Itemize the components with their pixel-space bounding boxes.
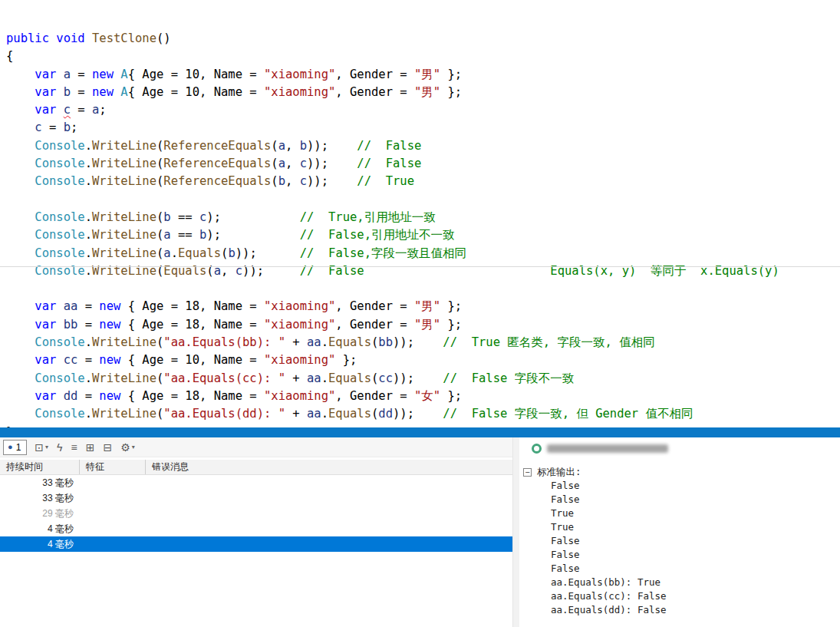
result-cell: 4 毫秒 bbox=[0, 523, 80, 536]
settings-gear-icon[interactable]: ⚙▾ bbox=[120, 442, 135, 453]
code-line: Console.WriteLine(ReferenceEquals(a, b))… bbox=[6, 137, 840, 155]
collapse-all-icon[interactable]: ⊟ bbox=[103, 442, 112, 453]
stdout-line: False bbox=[519, 534, 840, 548]
code-line: var aa = new { Age = 18, Name = "xiaomin… bbox=[6, 298, 840, 315]
result-row[interactable]: 4 毫秒 bbox=[0, 536, 512, 552]
result-row[interactable]: 29 毫秒 bbox=[0, 506, 512, 521]
stdout-line: False bbox=[519, 548, 840, 562]
stdout-line: True bbox=[519, 507, 840, 520]
stdout-label: 标准输出: bbox=[537, 466, 581, 479]
result-row[interactable]: 33 毫秒 bbox=[0, 490, 512, 506]
test-count-label: 1 bbox=[16, 442, 21, 453]
code-line bbox=[6, 280, 840, 298]
code-line: Console.WriteLine(a.Equals(b)); // False… bbox=[6, 245, 840, 262]
code-line: Console.WriteLine(Equals(a, c)); // Fals… bbox=[6, 262, 840, 280]
column-header-duration[interactable]: 持续时间 bbox=[0, 460, 80, 474]
stdout-line: True bbox=[519, 520, 840, 534]
stdout-line: aa.Equals(bb): True bbox=[519, 576, 840, 589]
collapse-all-icon: ⊟ bbox=[103, 442, 112, 453]
test-list-pane: ● 1 ⊡▾ϟ≡⊞⊟⚙▾ 持续时间 特征 错误消息 33 毫秒33 毫秒29 毫… bbox=[0, 437, 512, 627]
results-toolbar: ● 1 ⊡▾ϟ≡⊞⊟⚙▾ bbox=[0, 437, 512, 457]
code-lines: public void TestClone(){ var a = new A{ … bbox=[6, 30, 840, 427]
collapse-expander-icon[interactable]: − bbox=[523, 468, 532, 477]
code-line: } bbox=[6, 424, 840, 427]
playlist-dropdown-icon[interactable]: ⊡▾ bbox=[35, 442, 48, 453]
code-line: public void TestClone() bbox=[6, 30, 840, 48]
test-detail-pane: − 标准输出: FalseFalseTrueTrueFalseFalseFals… bbox=[519, 437, 840, 627]
stdout-line: aa.Equals(cc): False bbox=[519, 589, 840, 603]
code-line: var cc = new { Age = 10, Name = "xiaomin… bbox=[6, 351, 840, 369]
code-editor[interactable]: public void TestClone(){ var a = new A{ … bbox=[0, 0, 840, 427]
code-line: Console.WriteLine("aa.Equals(bb): " + aa… bbox=[6, 334, 840, 351]
code-line: Console.WriteLine(b == c); // True,引用地址一… bbox=[6, 209, 840, 226]
result-row[interactable]: 33 毫秒 bbox=[0, 475, 512, 490]
settings-gear-icon: ⚙ bbox=[120, 442, 130, 453]
test-passed-icon bbox=[532, 444, 542, 454]
code-line: var b = new A{ Age = 10, Name = "xiaomin… bbox=[6, 84, 840, 101]
result-cell: 33 毫秒 bbox=[0, 492, 80, 505]
test-count-filter-button[interactable]: ● 1 bbox=[3, 440, 27, 455]
run-icon[interactable]: ϟ bbox=[57, 442, 62, 453]
group-by-icon: ≡ bbox=[71, 442, 77, 453]
stdout-line: aa.Equals(dd): False bbox=[519, 603, 840, 617]
stdout-line: False bbox=[519, 562, 840, 576]
code-line: Console.WriteLine("aa.Equals(cc): " + aa… bbox=[6, 370, 840, 388]
column-header-error-message[interactable]: 错误消息 bbox=[146, 460, 512, 474]
expand-all-icon[interactable]: ⊞ bbox=[86, 442, 95, 453]
code-line: Console.WriteLine(ReferenceEquals(b, c))… bbox=[6, 173, 840, 190]
horizontal-splitter[interactable] bbox=[0, 427, 840, 437]
toolbar-icons: ⊡▾ϟ≡⊞⊟⚙▾ bbox=[35, 442, 134, 453]
code-line: var dd = new { Age = 18, Name = "xiaomin… bbox=[6, 388, 840, 405]
code-line: Console.WriteLine("aa.Equals(dd): " + aa… bbox=[6, 405, 840, 423]
code-line: var c = a; bbox=[6, 101, 840, 119]
chevron-down-icon: ▾ bbox=[45, 444, 48, 450]
editor-section-divider bbox=[0, 266, 840, 267]
stdout-line: False bbox=[519, 479, 840, 493]
code-line: { bbox=[6, 48, 840, 65]
code-line: c = b; bbox=[6, 119, 840, 137]
test-results-area: ● 1 ⊡▾ϟ≡⊞⊟⚙▾ 持续时间 特征 错误消息 33 毫秒33 毫秒29 毫… bbox=[0, 437, 840, 627]
playlist-dropdown-icon: ⊡ bbox=[35, 442, 44, 453]
result-row[interactable]: 4 毫秒 bbox=[0, 521, 512, 536]
ide-window: public void TestClone(){ var a = new A{ … bbox=[0, 0, 840, 627]
obscured-test-name bbox=[547, 444, 668, 453]
run-icon: ϟ bbox=[57, 442, 62, 453]
stdout-header-row: − 标准输出: bbox=[519, 465, 840, 479]
stdout-lines: FalseFalseTrueTrueFalseFalseFalseaa.Equa… bbox=[519, 479, 840, 617]
code-line bbox=[6, 191, 840, 209]
test-name-row bbox=[519, 441, 840, 455]
result-cell: 29 毫秒 bbox=[0, 507, 80, 520]
code-line: var a = new A{ Age = 10, Name = "xiaomin… bbox=[6, 66, 840, 84]
code-line: Console.WriteLine(ReferenceEquals(a, c))… bbox=[6, 155, 840, 173]
result-cell: 4 毫秒 bbox=[0, 538, 80, 551]
chevron-down-icon: ▾ bbox=[132, 444, 135, 450]
group-by-icon[interactable]: ≡ bbox=[71, 442, 77, 453]
result-cell: 33 毫秒 bbox=[0, 477, 80, 490]
code-line: var bb = new { Age = 18, Name = "xiaomin… bbox=[6, 316, 840, 334]
results-table-header: 持续时间 特征 错误消息 bbox=[0, 460, 512, 475]
expand-all-icon: ⊞ bbox=[86, 442, 95, 453]
column-header-trait[interactable]: 特征 bbox=[80, 460, 146, 474]
vertical-splitter[interactable] bbox=[512, 437, 519, 627]
test-status-icon: ● bbox=[8, 443, 13, 451]
results-rows: 33 毫秒33 毫秒29 毫秒4 毫秒4 毫秒 bbox=[0, 475, 512, 552]
code-line: Console.WriteLine(a == b); // False,引用地址… bbox=[6, 226, 840, 244]
stdout-line: False bbox=[519, 493, 840, 507]
